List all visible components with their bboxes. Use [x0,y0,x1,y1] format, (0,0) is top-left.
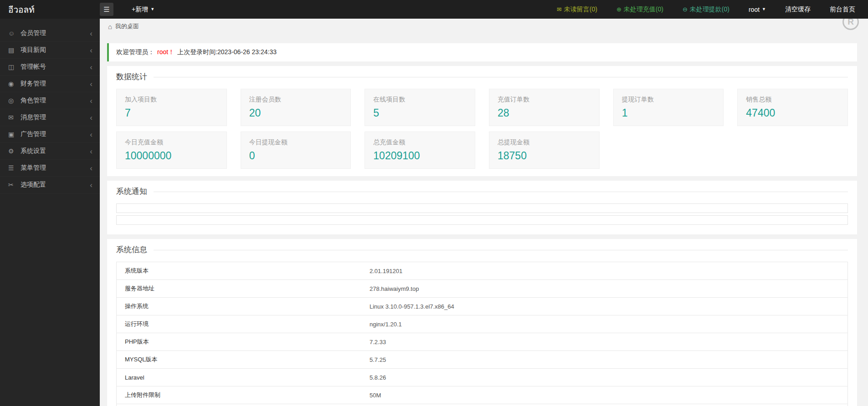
clear-cache-link[interactable]: 清空缓存 [785,5,811,14]
sidebar-item-icon: ◎ [8,97,21,104]
sidebar-item-icon: ✂ [8,181,21,188]
sidebar-item[interactable]: ◫ 管理帐号 ‹ [0,59,100,76]
info-row-value: nginx/1.20.1 [370,321,402,328]
sidebar-item[interactable]: ✉ 消息管理 ‹ [0,109,100,126]
sidebar-item[interactable]: ◉ 财务管理 ‹ [0,76,100,92]
info-row-label: 运行环境 [117,320,370,328]
chevron-left-icon: ‹ [90,30,92,37]
chevron-left-icon: ‹ [90,114,92,122]
stats-section-title: 数据统计 [116,72,848,81]
info-row-label: MYSQL版本 [117,355,370,364]
info-row-value: 5.8.26 [370,374,386,381]
notice-row [116,215,848,225]
info-row-value: 2.01.191201 [370,268,402,274]
info-table-row: 运行环境 nginx/1.20.1 [117,315,847,333]
welcome-last-login: 上次登录时间:2023-06-26 23:24:33 [177,48,277,56]
sidebar-item-icon: ▤ [8,46,21,54]
header-status-link[interactable]: ✉ 未读留言(0) [557,5,597,14]
status-icon: ⊕ [616,6,621,13]
user-menu[interactable]: root ▼ [749,6,766,13]
info-row-label: 系统版本 [117,267,370,275]
sidebar-item-icon: ☰ [8,164,21,172]
stat-card-value: 1 [622,107,715,119]
sidebar-item-label: 菜单管理 [21,164,90,172]
sidebar-item[interactable]: ▤ 项目新闻 ‹ [0,42,100,59]
stat-card-label: 在线项目数 [373,96,467,104]
stat-card-value: 28 [498,107,591,119]
info-table-row: 上传附件限制 50M [117,386,847,404]
stat-card-label: 加入项目数 [125,96,218,104]
sidebar-item[interactable]: ☰ 菜单管理 ‹ [0,160,100,177]
sidebar-item[interactable]: ✂ 选项配置 ‹ [0,177,100,193]
header-status-link[interactable]: ⊕ 未处理充值(0) [616,5,663,14]
sidebar-item-icon: ✉ [8,114,21,121]
stat-card-value: 47400 [746,107,839,119]
chevron-left-icon: ‹ [90,164,92,172]
chevron-left-icon: ‹ [90,147,92,155]
header-status-link[interactable]: ⊖ 未处理提款(0) [683,5,729,14]
user-name: root [749,6,760,13]
sidebar-item[interactable]: ☺ 会员管理 ‹ [0,25,100,42]
stat-card: 加入项目数 7 [116,89,227,126]
sidebar-item-icon: ◫ [8,63,21,71]
stats-panel: 数据统计 加入项目数 7 注册会员数 20 在线项目数 5 充值订单数 28 [107,66,857,176]
info-table-row: 系统版本 2.01.191201 [117,262,847,280]
sidebar-item-label: 系统设置 [21,147,90,155]
breadcrumb[interactable]: ⌂ 我的桌面 [108,22,139,30]
sidebar-item-label: 角色管理 [21,96,90,105]
stat-card-value: 10209100 [373,150,467,162]
info-table-row: MYSQL版本 5.7.25 [117,351,847,369]
info-panel: 系统信息 系统版本 2.01.191201 服务器地址 278.haiwaiym… [107,239,857,406]
stat-card-label: 提现订单数 [622,96,715,104]
sidebar-item[interactable]: ▣ 广告管理 ‹ [0,126,100,143]
stat-card-value: 5 [373,107,467,119]
stat-card-value: 7 [125,107,218,119]
status-label: 未读留言(0) [564,5,597,14]
system-info-table: 系统版本 2.01.191201 服务器地址 278.haiwaiym9.top… [116,262,848,406]
sidebar-item-icon: ▣ [8,131,21,138]
sidebar-item-icon: ⚙ [8,147,21,155]
stat-card-label: 销售总额 [746,96,839,104]
sidebar-item-label: 广告管理 [21,130,90,138]
stat-card-label: 充值订单数 [498,96,591,104]
info-section-title: 系统信息 [116,245,848,254]
status-icon: ✉ [557,6,562,13]
info-table-row [117,404,847,406]
stat-card-value: 10000000 [125,150,218,162]
chevron-left-icon: ‹ [90,181,92,189]
stat-card: 总提现金额 18750 [489,132,600,169]
status-icon: ⊖ [683,6,688,13]
info-table-row: 操作系统 Linux 3.10.0-957.1.3.el7.x86_64 [117,298,847,315]
front-home-link[interactable]: 前台首页 [830,5,855,14]
caret-down-icon: ▼ [150,7,154,11]
stat-cards-grid: 加入项目数 7 注册会员数 20 在线项目数 5 充值订单数 28 提现订单数 … [116,89,848,169]
top-header: อีวอลท์ ☰ +新增 ▼ ✉ 未读留言(0) ⊕ 未处理充值(0) ⊖ 未… [0,0,868,19]
sidebar-item[interactable]: ◎ 角色管理 ‹ [0,92,100,109]
stat-card-label: 今日充值金额 [125,138,218,147]
info-row-label: 服务器地址 [117,284,370,293]
caret-down-icon: ▼ [762,7,766,11]
sidebar-toggle-button[interactable]: ☰ [100,3,113,16]
sidebar-item-label: 项目新闻 [21,46,90,54]
stat-card: 充值订单数 28 [489,89,600,126]
sidebar-item-label: 财务管理 [21,80,90,88]
sidebar-item[interactable]: ⚙ 系统设置 ‹ [0,143,100,160]
chevron-left-icon: ‹ [90,80,92,88]
info-table-row: PHP版本 7.2.33 [117,333,847,351]
chevron-left-icon: ‹ [90,131,92,138]
home-icon: ⌂ [108,23,112,30]
stat-card: 今日提现金额 0 [241,132,351,169]
stat-card: 今日充值金额 10000000 [116,132,227,169]
stat-card-label: 注册会员数 [249,96,343,104]
breadcrumb-label: 我的桌面 [115,22,139,30]
stat-card: 提现订单数 1 [613,89,724,126]
info-row-value: Linux 3.10.0-957.1.3.el7.x86_64 [370,303,454,310]
sidebar-item-icon: ☺ [8,30,21,37]
chevron-left-icon: ‹ [90,63,92,71]
status-label: 未处理提款(0) [690,5,729,14]
add-new-button[interactable]: +新增 ▼ [132,5,154,14]
notice-row [116,203,848,213]
chevron-left-icon: ‹ [90,97,92,105]
welcome-alert: 欢迎管理员： root！ 上次登录时间:2023-06-26 23:24:33 [107,43,857,61]
notice-section-title: 系统通知 [116,187,848,196]
